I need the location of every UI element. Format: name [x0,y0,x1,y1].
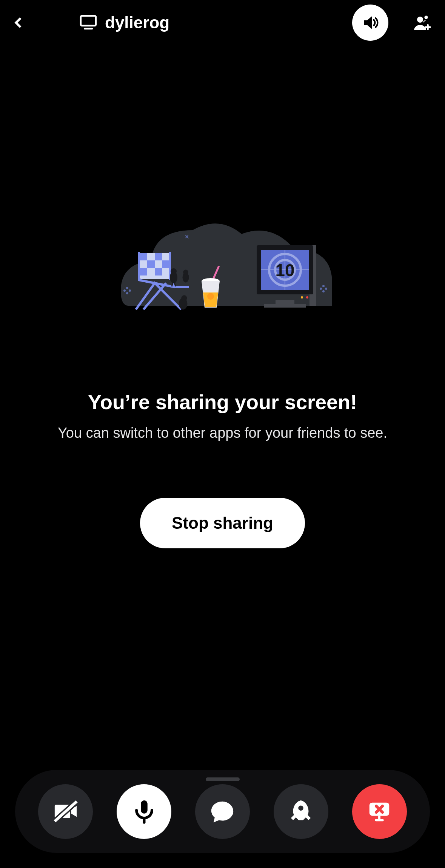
svg-point-45 [299,806,303,811]
svg-point-6 [123,289,126,292]
svg-rect-43 [141,800,148,814]
camera-off-icon [52,798,79,825]
svg-rect-27 [155,253,162,260]
svg-rect-26 [140,253,147,260]
chat-bubble-icon [209,798,236,825]
microphone-icon [131,798,157,825]
subline-text: You can switch to other apps for your fr… [58,425,387,441]
channel-title[interactable]: dylierog [79,13,169,32]
person-add-icon [413,14,431,32]
add-friend-button[interactable] [411,11,434,34]
svg-point-21 [301,296,303,299]
svg-point-13 [322,290,325,292]
svg-point-11 [325,288,327,290]
svg-point-40 [207,293,214,300]
stop-sharing-button[interactable]: Stop sharing [140,498,305,548]
svg-rect-30 [140,268,147,275]
svg-point-33 [171,268,177,274]
svg-point-37 [181,295,187,301]
svg-point-12 [322,285,325,287]
svg-rect-5 [425,26,431,28]
audio-output-button[interactable] [352,5,388,41]
stop-screenshare-button[interactable] [352,784,407,839]
svg-rect-24 [264,304,306,308]
svg-point-9 [126,292,128,294]
svg-point-3 [424,15,428,19]
camera-toggle-button[interactable] [38,784,93,839]
svg-rect-47 [378,816,380,819]
svg-rect-31 [155,268,162,275]
illustration-counter: 10 [275,260,294,280]
speaker-icon [361,13,380,32]
svg-point-7 [129,289,131,292]
svg-point-10 [320,288,322,290]
svg-point-35 [183,270,188,275]
svg-rect-48 [375,819,383,821]
channel-name: dylierog [105,13,169,32]
chat-button[interactable] [195,784,250,839]
activities-button[interactable] [274,784,328,839]
chevron-left-icon [12,16,26,29]
screen-share-stop-icon [366,798,393,825]
rocket-icon [288,798,314,825]
svg-point-22 [306,296,308,299]
headline-text: You’re sharing your screen! [88,390,357,414]
call-action-bar[interactable] [15,770,430,853]
svg-point-2 [417,17,423,23]
mic-toggle-button[interactable] [117,784,171,839]
svg-point-8 [126,287,128,289]
drag-handle[interactable] [206,777,240,781]
svg-rect-28 [147,260,155,268]
screen-share-icon [79,13,97,32]
screenshare-illustration: 10 [106,208,340,322]
svg-rect-0 [81,16,96,26]
back-button[interactable] [0,4,38,42]
